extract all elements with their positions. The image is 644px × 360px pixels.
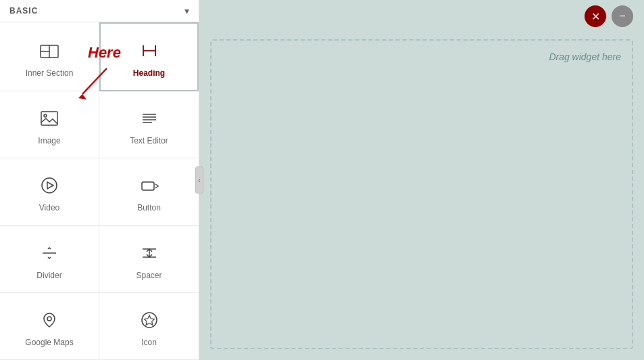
divider-icon xyxy=(37,241,61,265)
widget-label-icon: Icon xyxy=(141,338,157,347)
widgets-grid: Inner Section Heading Imag xyxy=(0,22,199,360)
widget-label-video: Video xyxy=(39,203,59,212)
widget-divider[interactable]: Divider xyxy=(0,226,99,293)
image-icon xyxy=(37,106,61,131)
drag-widget-label: Drag widget here xyxy=(549,51,621,62)
spacer-icon xyxy=(137,241,162,265)
widget-spacer[interactable]: Spacer xyxy=(99,226,199,293)
svg-rect-8 xyxy=(41,112,57,125)
widget-inner-section[interactable]: Inner Section xyxy=(0,22,99,91)
svg-point-14 xyxy=(42,178,57,193)
widget-label-heading: Heading xyxy=(133,68,165,78)
widget-image[interactable]: Image xyxy=(0,91,99,158)
icon-icon xyxy=(137,308,162,332)
svg-rect-16 xyxy=(142,182,154,190)
panel-chevron[interactable]: ▾ xyxy=(184,5,189,16)
panel-title: BASIC xyxy=(9,6,38,16)
widget-heading[interactable]: Heading xyxy=(99,22,199,91)
minimize-button[interactable]: − xyxy=(612,5,633,27)
widget-label-divider: Divider xyxy=(36,271,61,280)
widget-label-text-editor: Text Editor xyxy=(130,136,168,145)
widget-label-inner-section: Inner Section xyxy=(26,68,74,78)
widget-label-spacer: Spacer xyxy=(136,271,162,280)
close-button[interactable]: ✕ xyxy=(585,5,606,27)
widget-button[interactable]: Button xyxy=(99,158,199,225)
widget-label-button: Button xyxy=(137,203,161,212)
panel-header: BASIC ▾ xyxy=(0,0,199,22)
svg-point-21 xyxy=(47,317,51,321)
button-icon xyxy=(137,173,162,198)
widget-video[interactable]: Video xyxy=(0,158,99,225)
widget-google-maps[interactable]: Google Maps xyxy=(0,293,99,360)
widget-icon[interactable]: Icon xyxy=(99,293,199,360)
top-bar: ✕ − xyxy=(199,0,644,32)
collapse-handle[interactable]: ‹ xyxy=(195,166,203,194)
video-icon xyxy=(37,173,61,198)
canvas-panel: ✕ − Drag widget here xyxy=(199,0,644,360)
svg-marker-15 xyxy=(47,182,53,189)
heading-icon xyxy=(137,39,162,63)
google-maps-icon xyxy=(37,308,61,332)
widget-label-google-maps: Google Maps xyxy=(25,338,73,347)
minimize-icon: − xyxy=(619,10,625,22)
widget-panel: BASIC ▾ Here Inner Section xyxy=(0,0,199,360)
drop-zone[interactable]: Drag widget here xyxy=(210,39,633,349)
inner-section-icon xyxy=(37,39,61,63)
svg-marker-23 xyxy=(144,315,154,325)
text-editor-icon xyxy=(137,106,162,131)
widget-text-editor[interactable]: Text Editor xyxy=(99,91,199,158)
widget-label-image: Image xyxy=(38,136,60,145)
svg-point-9 xyxy=(44,114,47,117)
close-icon: ✕ xyxy=(591,10,600,23)
